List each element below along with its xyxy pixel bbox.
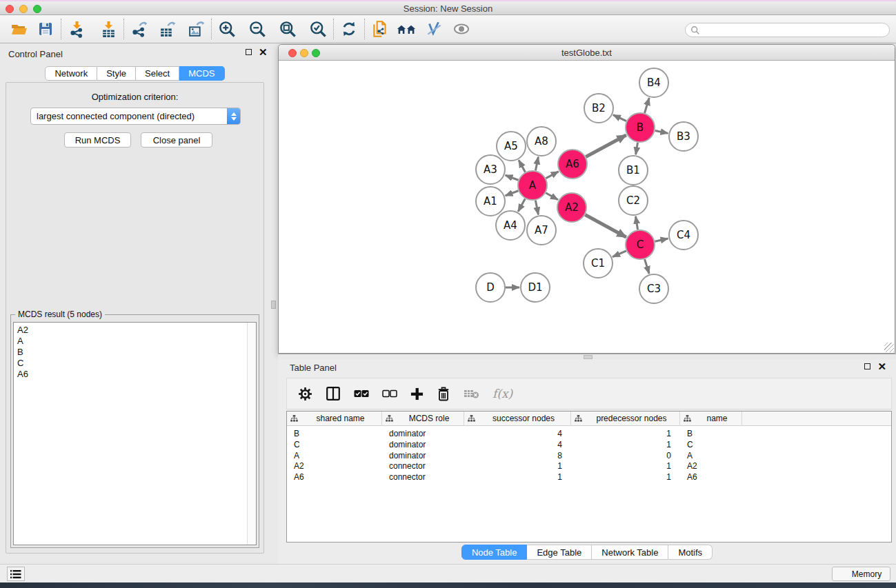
column-header-successor-nodes[interactable]: successor nodes	[464, 412, 571, 426]
node-D1[interactable]: D1	[521, 273, 550, 302]
node-C[interactable]: C	[626, 230, 655, 259]
edge-C-C4[interactable]	[655, 239, 668, 241]
delete-table-icon[interactable]	[464, 388, 479, 399]
hide-labels-icon[interactable]	[424, 19, 444, 39]
edge-C-C2[interactable]	[636, 216, 638, 230]
close-panel-icon[interactable]: ✕	[877, 363, 886, 369]
column-header-name[interactable]: name	[680, 412, 742, 426]
edge-A-A6[interactable]	[546, 172, 558, 179]
memory-button[interactable]: Memory	[832, 567, 890, 581]
eye-icon[interactable]	[452, 19, 471, 39]
float-panel-icon[interactable]	[246, 49, 252, 55]
column-header-shared-name[interactable]: shared name	[287, 412, 382, 426]
delete-column-trash-icon[interactable]	[437, 387, 450, 401]
resize-grip-icon[interactable]	[884, 343, 894, 352]
import-network-icon[interactable]	[67, 19, 86, 39]
edge-B-B3[interactable]	[655, 130, 668, 133]
show-columns-icon[interactable]	[326, 386, 341, 401]
clone-network-icon[interactable]	[370, 19, 390, 39]
close-panel-icon[interactable]: ✕	[259, 49, 268, 55]
criterion-select[interactable]: largest connected component (directed)	[30, 108, 241, 125]
edge-A-A2[interactable]	[546, 193, 558, 200]
node-A4[interactable]: A4	[496, 211, 525, 240]
network-window-titlebar[interactable]: testGlobe.txt	[279, 45, 895, 61]
node-A3[interactable]: A3	[476, 155, 505, 184]
deselect-all-icon[interactable]	[382, 389, 397, 398]
vertical-splitter[interactable]	[270, 43, 278, 564]
edge-C-C3[interactable]	[645, 259, 650, 274]
table-settings-gear-icon[interactable]	[298, 387, 312, 401]
node-A5[interactable]: A5	[497, 132, 526, 161]
task-history-button[interactable]	[7, 567, 25, 581]
export-image-icon[interactable]	[186, 19, 206, 39]
mcds-result-item[interactable]: A6	[14, 369, 246, 380]
table-row[interactable]: Cdominator41C	[287, 439, 891, 450]
table-row[interactable]: A6connector11A6	[287, 472, 891, 483]
network-canvas[interactable]: B4B2BB3A5A8A6A3B1AA1C2A2A4A7C4CC1C3DD1	[279, 61, 895, 353]
export-network-icon[interactable]	[130, 19, 149, 39]
node-C4[interactable]: C4	[669, 221, 698, 250]
edge-A-A4[interactable]	[518, 199, 525, 212]
select-all-icon[interactable]	[354, 389, 369, 398]
table-row[interactable]: A2connector11A2	[287, 460, 891, 472]
node-B[interactable]: B	[626, 113, 655, 142]
node-A8[interactable]: A8	[527, 127, 556, 156]
tab-select[interactable]: Select	[136, 66, 179, 81]
node-A[interactable]: A	[518, 171, 547, 200]
close-panel-button[interactable]: Close panel	[141, 132, 212, 148]
mcds-result-item[interactable]: C	[14, 358, 246, 369]
function-builder-icon[interactable]: f(x)	[492, 387, 512, 401]
node-A2[interactable]: A2	[557, 193, 586, 222]
tab-motifs[interactable]: Motifs	[668, 545, 713, 560]
home-network-icon[interactable]	[397, 19, 416, 39]
node-B2[interactable]: B2	[584, 94, 613, 123]
run-mcds-button[interactable]: Run MCDS	[64, 132, 131, 148]
float-panel-icon[interactable]	[864, 363, 870, 369]
tab-node-table[interactable]: Node Table	[461, 545, 528, 560]
tab-network[interactable]: Network	[45, 66, 97, 81]
horizontal-splitter[interactable]	[278, 354, 896, 359]
search-input[interactable]	[700, 26, 889, 35]
edge-B-B4[interactable]	[644, 98, 649, 113]
node-D[interactable]: D	[476, 273, 505, 302]
mcds-result-item[interactable]: B	[14, 347, 246, 358]
splitter-handle[interactable]	[271, 301, 276, 309]
column-header-MCDS-role[interactable]: MCDS role	[382, 412, 464, 426]
edge-A6-B[interactable]	[586, 135, 626, 157]
edge-A-A7[interactable]	[535, 201, 538, 215]
tab-style[interactable]: Style	[97, 66, 136, 81]
node-A6[interactable]: A6	[558, 150, 587, 179]
save-session-icon[interactable]	[36, 19, 55, 39]
edge-C-C1[interactable]	[613, 251, 626, 257]
add-column-icon[interactable]	[410, 387, 424, 401]
node-B4[interactable]: B4	[639, 68, 668, 97]
edge-A-A1[interactable]	[506, 191, 519, 196]
node-B3[interactable]: B3	[669, 122, 698, 151]
node-C3[interactable]: C3	[639, 274, 668, 303]
result-scrollbar[interactable]	[247, 323, 256, 545]
table-row[interactable]: Adominator80A	[287, 450, 891, 461]
node-A1[interactable]: A1	[476, 187, 505, 216]
edge-A-A5[interactable]	[519, 160, 526, 172]
edge-A-A8[interactable]	[535, 157, 538, 171]
edge-B-B2[interactable]	[613, 115, 626, 121]
mcds-result-item[interactable]: A2	[14, 325, 246, 336]
tab-mcds[interactable]: MCDS	[179, 66, 224, 81]
mcds-result-list[interactable]: A2ABCA6	[13, 322, 257, 545]
edge-A-A3[interactable]	[506, 175, 519, 180]
mcds-result-item[interactable]: A	[14, 336, 246, 347]
tab-network-table[interactable]: Network Table	[592, 545, 668, 560]
zoom-fit-icon[interactable]	[278, 19, 297, 39]
tab-edge-table[interactable]: Edge Table	[527, 545, 592, 560]
edge-B-B1[interactable]	[636, 143, 638, 155]
node-C2[interactable]: C2	[619, 186, 648, 215]
node-B1[interactable]: B1	[619, 156, 648, 185]
edge-A2-C[interactable]	[585, 215, 626, 237]
table-row[interactable]: Bdominator41B	[287, 428, 891, 439]
zoom-in-icon[interactable]	[217, 19, 237, 39]
node-A7[interactable]: A7	[527, 216, 556, 245]
zoom-out-icon[interactable]	[248, 19, 267, 39]
node-C1[interactable]: C1	[584, 249, 613, 278]
search-field[interactable]	[685, 23, 890, 37]
import-table-icon[interactable]	[99, 19, 118, 39]
